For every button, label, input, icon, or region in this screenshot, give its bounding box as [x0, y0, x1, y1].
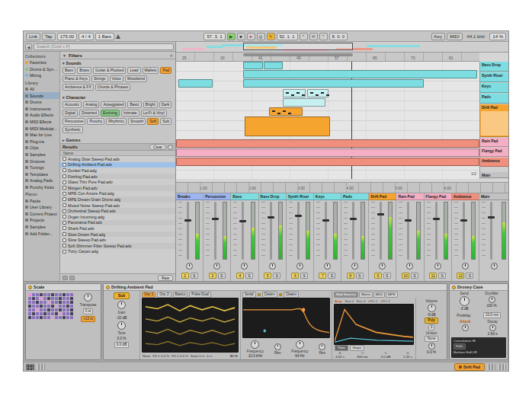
osc-param[interactable]: FX 1 0.0 %: [153, 354, 170, 358]
keyboard-icon[interactable]: [37, 364, 45, 370]
osc-param[interactable]: 0 ct: [207, 354, 212, 358]
decay-value[interactable]: 2.60 s: [488, 332, 498, 336]
device-instrument-rack[interactable]: Drifting Ambient Pad Sub Gain -20 dB Ton…: [103, 283, 447, 360]
solo-button[interactable]: S: [411, 273, 418, 279]
transport-1-bars[interactable]: 1 Bars: [95, 33, 114, 40]
scale-cell[interactable]: [55, 297, 58, 300]
scale-cell[interactable]: [55, 312, 58, 315]
filter-tag-dark[interactable]: Dark: [159, 101, 172, 108]
solo-button[interactable]: S: [356, 273, 364, 279]
mixer-track-tab[interactable]: Rain Pad: [396, 193, 423, 200]
transport-175-00[interactable]: 175.00: [57, 33, 77, 40]
pan-knob[interactable]: [406, 263, 413, 270]
scale-cell[interactable]: [59, 316, 62, 319]
scale-cell[interactable]: [55, 316, 58, 319]
filter-tag-lo-fi-vinyl[interactable]: Lo-Fi & Vinyl: [141, 110, 167, 117]
filter-tag-pad[interactable]: Pad: [160, 67, 171, 74]
fader-handle[interactable]: [239, 220, 246, 222]
sidebar-item-favorites[interactable]: Favorites: [24, 59, 59, 66]
pan-knob[interactable]: [241, 263, 248, 270]
rack-title-bar[interactable]: Drifting Ambient Pad: [104, 284, 447, 291]
overdub-button[interactable]: ◎: [257, 33, 265, 40]
filter2-res-knob[interactable]: [319, 343, 325, 350]
fader-handle[interactable]: [212, 218, 219, 220]
reverb-title-bar[interactable]: Droney Cave: [450, 284, 508, 291]
scale-cell[interactable]: [43, 293, 46, 296]
filter-group-header-sounds[interactable]: ▾Sounds: [60, 59, 175, 66]
sidebar-item-mixing[interactable]: Mixing: [24, 72, 59, 79]
scale-cell[interactable]: [70, 297, 73, 300]
solo-button[interactable]: S: [273, 273, 280, 279]
scale-cell[interactable]: [62, 297, 66, 300]
pan-knob[interactable]: [213, 263, 220, 270]
track-activator[interactable]: 8: [347, 273, 354, 279]
envelope-param[interactable]: R1.20 s: [403, 351, 412, 359]
transpose-value[interactable]: 0 st: [83, 308, 94, 314]
mixer-track-tab[interactable]: Pads: [341, 193, 368, 200]
scale-cell[interactable]: [70, 316, 73, 319]
browser-result-item[interactable]: Glass Thin Pure Pad.adv: [60, 179, 175, 185]
scale-cell[interactable]: [55, 301, 58, 304]
browser-result-item[interactable]: Slow Sweep Pad.adv: [60, 237, 175, 243]
filter-tag-mallets[interactable]: Mallets: [143, 67, 159, 74]
volume-fader[interactable]: [187, 202, 189, 260]
fader-handle[interactable]: [184, 219, 191, 222]
envelope-param[interactable]: A4.62 s: [335, 351, 345, 359]
scale-cell[interactable]: [66, 312, 69, 315]
fader-handle[interactable]: [322, 219, 329, 222]
list-view-icon[interactable]: [62, 276, 68, 280]
env-tab-env-2[interactable]: Env 2: [345, 299, 354, 303]
filter-tag-rhythmic[interactable]: Rhythmic: [106, 118, 127, 125]
scale-cell[interactable]: [28, 308, 31, 311]
sidebar-item-midi-effects[interactable]: MIDI Effects: [24, 119, 59, 126]
browser-result-item[interactable]: Orchestral Sweep Pad.adv: [60, 208, 175, 214]
device-scale[interactable]: Scale Transpose 0 st +12 st: [25, 283, 101, 360]
tab-osc2[interactable]: Osc 2: [157, 292, 171, 298]
fader-handle[interactable]: [433, 218, 440, 220]
time-ruler[interactable]: 1:002:003:004:005:006:00: [176, 182, 509, 193]
scale-cell[interactable]: [40, 308, 43, 311]
scale-cell[interactable]: [70, 312, 73, 315]
track-header-main[interactable]: Main: [480, 172, 509, 178]
mixer-track-tab[interactable]: Breaks: [176, 193, 203, 200]
scale-cell[interactable]: [32, 301, 35, 304]
scale-cell[interactable]: [32, 308, 35, 311]
scale-cell[interactable]: [36, 293, 39, 296]
filter-tag-strings[interactable]: Strings: [91, 75, 108, 82]
mixer-track-tab[interactable]: Percussion: [204, 193, 230, 200]
solo-button[interactable]: S: [218, 273, 226, 279]
scale-cell[interactable]: [28, 312, 31, 315]
voices-value[interactable]: 3: [428, 324, 435, 330]
sidebar-item-clips[interactable]: Clips: [24, 145, 59, 152]
scale-cell[interactable]: [51, 312, 54, 315]
track-header-keys[interactable]: Keys: [480, 83, 509, 93]
mixer-track-tab[interactable]: Flangy Pad: [425, 193, 451, 200]
arrangement-clip[interactable]: [245, 117, 330, 136]
scale-cell[interactable]: [70, 301, 73, 304]
dry-wet-value[interactable]: 100 %: [486, 304, 496, 308]
pan-knob[interactable]: [434, 263, 441, 270]
scale-cell[interactable]: [51, 297, 54, 300]
track-activator[interactable]: 2: [181, 273, 189, 279]
stop-button[interactable]: ■: [237, 33, 245, 40]
mixer-track-tab[interactable]: Bass: [231, 193, 258, 200]
clip-area[interactable]: [176, 62, 479, 179]
transport-4-4[interactable]: 4 / 4: [79, 33, 94, 40]
filter2-type[interactable]: Clean+: [284, 292, 299, 298]
scale-cell[interactable]: [32, 305, 35, 308]
scale-cell[interactable]: [36, 305, 39, 308]
scale-cell[interactable]: [51, 316, 54, 319]
send-knob[interactable]: [460, 296, 470, 306]
arrangement-clip[interactable]: [178, 79, 213, 88]
track-activator[interactable]: 7: [319, 273, 326, 279]
tone-value[interactable]: 0.0 %: [117, 337, 127, 340]
filters-close-icon[interactable]: ✕: [170, 53, 173, 58]
solo-button[interactable]: S: [191, 273, 198, 279]
scale-cell[interactable]: [36, 312, 39, 315]
scale-cell[interactable]: [47, 293, 50, 296]
fader-handle[interactable]: [460, 219, 467, 222]
env-tab-amp[interactable]: Amp: [334, 299, 343, 303]
sidebar-item-drums[interactable]: Drums: [24, 99, 59, 106]
filter-tag-sub[interactable]: Sub: [160, 118, 171, 125]
filter-tag-percussive[interactable]: Percussive: [62, 118, 85, 125]
